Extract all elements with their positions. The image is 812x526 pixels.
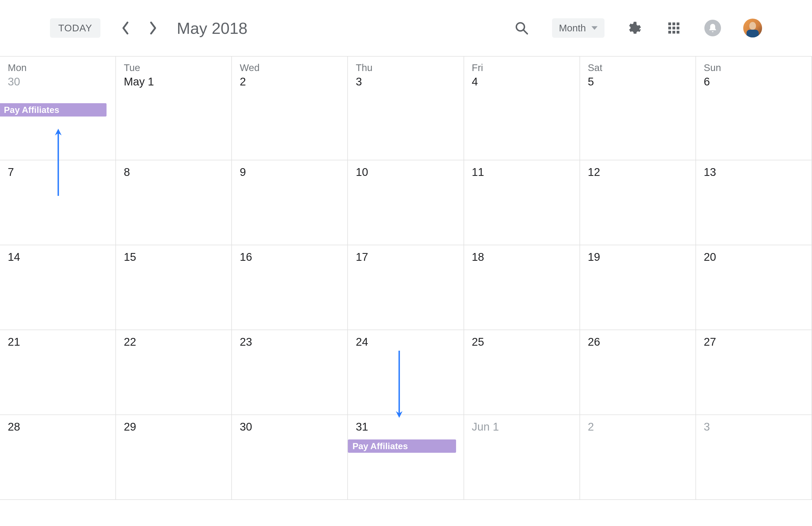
avatar[interactable]	[743, 18, 762, 38]
svg-rect-9	[672, 31, 675, 33]
day-number: 6	[704, 75, 804, 88]
day-cell[interactable]: 15	[116, 245, 232, 330]
day-number: 2	[588, 421, 688, 433]
day-cell[interactable]: 12	[580, 160, 696, 245]
notifications-button[interactable]	[705, 20, 721, 36]
day-cell[interactable]: 16	[232, 245, 348, 330]
day-cell[interactable]: Sat 5	[580, 57, 696, 160]
day-cell[interactable]: Wed 2	[232, 57, 348, 160]
day-cell[interactable]: Mon 30 Pay Affiliates	[0, 57, 116, 160]
day-cell[interactable]: 26	[580, 330, 696, 415]
arrow-down-annotation	[395, 351, 403, 418]
day-cell[interactable]: 2	[580, 415, 696, 500]
day-header: Wed	[240, 62, 339, 73]
day-cell[interactable]: 30	[232, 415, 348, 500]
day-number: 2	[240, 75, 339, 88]
day-number: 19	[588, 251, 688, 263]
view-select[interactable]: Month	[552, 18, 605, 38]
day-cell[interactable]: 14	[0, 245, 116, 330]
today-button[interactable]: TODAY	[50, 18, 100, 38]
svg-rect-10	[677, 31, 679, 33]
day-number: 15	[124, 251, 223, 263]
day-number: 7	[8, 166, 107, 178]
day-cell[interactable]: 3	[696, 415, 812, 500]
day-cell[interactable]: 27	[696, 330, 812, 415]
day-number: 3	[356, 75, 455, 88]
day-number: 18	[472, 251, 572, 263]
day-number: 21	[8, 336, 107, 348]
day-number: 3	[704, 421, 804, 433]
nav-arrows	[117, 20, 161, 36]
week-row-5: 28 29 30 31 Pay Affiliates Jun 1 2 3	[0, 415, 812, 500]
svg-rect-3	[672, 23, 675, 25]
day-cell[interactable]: 20	[696, 245, 812, 330]
day-number: 25	[472, 336, 572, 348]
day-cell[interactable]: Fri 4	[464, 57, 580, 160]
day-number: 12	[588, 166, 688, 178]
day-number: 30	[240, 421, 339, 433]
day-cell[interactable]: 11	[464, 160, 580, 245]
day-cell[interactable]: 31 Pay Affiliates	[348, 415, 464, 500]
day-cell[interactable]: Jun 1	[464, 415, 580, 500]
day-number: 29	[124, 421, 223, 433]
day-cell[interactable]: 22	[116, 330, 232, 415]
right-actions: Month	[513, 18, 762, 38]
day-cell[interactable]: 18	[464, 245, 580, 330]
day-header: Fri	[472, 62, 572, 73]
day-header: Sun	[704, 62, 804, 73]
day-cell[interactable]: 21	[0, 330, 116, 415]
day-number: 13	[704, 166, 804, 178]
day-cell[interactable]: 10	[348, 160, 464, 245]
day-cell[interactable]: 19	[580, 245, 696, 330]
day-cell[interactable]: 13	[696, 160, 812, 245]
day-cell[interactable]: 17	[348, 245, 464, 330]
week-row-1: Mon 30 Pay Affiliates Tue May 1 Wed 2 Th…	[0, 57, 812, 160]
chevron-left-icon	[121, 21, 130, 35]
day-cell[interactable]: 28	[0, 415, 116, 500]
week-row-2: 7 8 9 10 11 12 13	[0, 160, 812, 245]
search-button[interactable]	[513, 20, 530, 36]
header: TODAY May 2018 Month	[0, 0, 812, 56]
svg-line-1	[523, 30, 527, 34]
day-number: 11	[472, 166, 572, 178]
day-cell[interactable]: Sun 6	[696, 57, 812, 160]
day-cell[interactable]: Tue May 1	[116, 57, 232, 160]
day-number: 26	[588, 336, 688, 348]
app: TODAY May 2018 Month	[0, 0, 812, 526]
day-number: 4	[472, 75, 572, 88]
prev-month-button[interactable]	[117, 20, 134, 36]
day-cell[interactable]: 7	[0, 160, 116, 245]
day-number: 28	[8, 421, 107, 433]
svg-rect-2	[668, 23, 671, 25]
day-number: 20	[704, 251, 804, 263]
apps-icon	[667, 21, 681, 35]
page-title: May 2018	[177, 19, 247, 38]
caret-down-icon	[592, 26, 597, 30]
next-month-button[interactable]	[145, 20, 161, 36]
settings-button[interactable]	[627, 20, 643, 36]
svg-rect-4	[677, 23, 679, 25]
day-number: 14	[8, 251, 107, 263]
day-number: Jun 1	[472, 421, 572, 433]
day-header: Sat	[588, 62, 688, 73]
day-cell[interactable]: 23	[232, 330, 348, 415]
day-number: 16	[240, 251, 339, 263]
event-pay-affiliates-1[interactable]: Pay Affiliates	[0, 103, 106, 117]
apps-button[interactable]	[666, 20, 682, 36]
svg-rect-7	[677, 27, 679, 29]
day-cell[interactable]: Thu 3	[348, 57, 464, 160]
day-header: Mon	[8, 62, 107, 73]
day-cell[interactable]: 24	[348, 330, 464, 415]
day-number: 8	[124, 166, 223, 178]
event-pay-affiliates-2[interactable]: Pay Affiliates	[348, 439, 456, 453]
week-row-4: 21 22 23 24 25 26 27	[0, 330, 812, 415]
day-number: 27	[704, 336, 804, 348]
day-cell[interactable]: 9	[232, 160, 348, 245]
day-cell[interactable]: 25	[464, 330, 580, 415]
day-number: 22	[124, 336, 223, 348]
day-cell[interactable]: 29	[116, 415, 232, 500]
day-number: 31	[356, 421, 455, 433]
day-number: 10	[356, 166, 455, 178]
day-cell[interactable]: 8	[116, 160, 232, 245]
day-header: Thu	[356, 62, 455, 73]
